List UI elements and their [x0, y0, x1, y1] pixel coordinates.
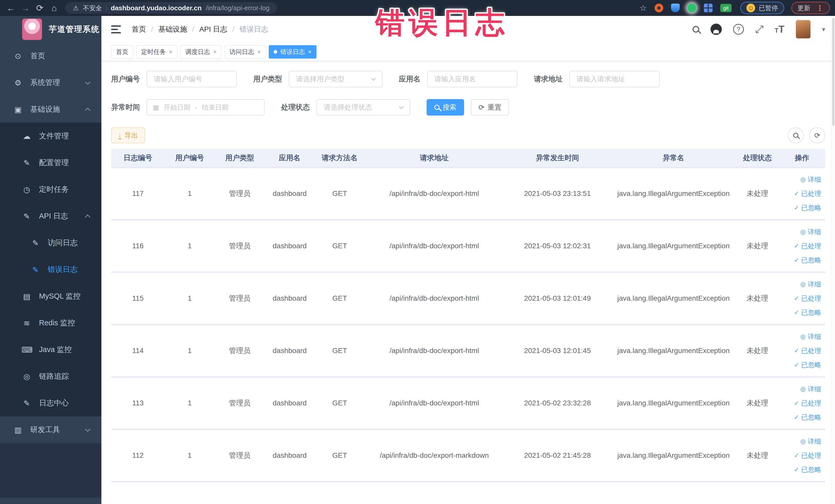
sidebar-item-log-center[interactable]: ✎日志中心: [0, 390, 101, 417]
start-date-placeholder: 开始日期: [164, 103, 190, 112]
cell-log-id: 114: [111, 324, 165, 377]
row-action-mark-ignored[interactable]: ✓已忽略: [794, 308, 821, 317]
forward-icon[interactable]: →: [20, 3, 31, 13]
reset-button[interactable]: ⟳ 重置: [471, 99, 509, 116]
user-type-select[interactable]: 请选择用户类型: [289, 71, 383, 87]
row-action-detail[interactable]: ◎详细: [800, 437, 821, 446]
row-action-detail[interactable]: ◎详细: [800, 175, 821, 184]
toggle-search-button[interactable]: [788, 127, 804, 143]
row-action-detail[interactable]: ◎详细: [800, 385, 821, 394]
row-action-mark-processed[interactable]: ✓已处理: [794, 189, 821, 198]
search-button[interactable]: 搜索: [427, 99, 464, 116]
column-header-log-id: 日志编号: [111, 149, 165, 167]
sidebar-item-config-management[interactable]: ✎配置管理: [0, 149, 101, 176]
chevron-down-icon: [85, 426, 90, 432]
request-url-input[interactable]: [569, 71, 660, 87]
row-action-mark-processed[interactable]: ✓已处理: [794, 294, 821, 303]
tab-schedule-log[interactable]: 调度日志 ×: [180, 45, 222, 59]
help-icon[interactable]: ?: [733, 24, 744, 35]
row-action-mark-processed[interactable]: ✓已处理: [794, 242, 821, 250]
sidebar-item-api-log[interactable]: ✎API 日志: [0, 203, 101, 229]
home-icon[interactable]: ⌂: [48, 3, 60, 13]
briefcase-icon: ▥: [13, 425, 23, 435]
sidebar-item-scheduled-tasks[interactable]: ◷定时任务: [0, 176, 101, 203]
tab-home[interactable]: 首页: [111, 45, 133, 59]
app-name-input[interactable]: [427, 71, 517, 87]
terminal-icon: ⌨: [22, 345, 32, 354]
caret-down-icon[interactable]: ▾: [822, 25, 825, 33]
row-action-mark-ignored[interactable]: ✓已忽略: [794, 413, 821, 422]
extension-green-check-icon[interactable]: [687, 4, 696, 12]
extension-orange-icon[interactable]: [655, 4, 663, 12]
row-action-mark-ignored[interactable]: ✓已忽略: [794, 465, 821, 474]
extensions-area: ☆ git: [639, 3, 732, 13]
close-icon[interactable]: ×: [169, 48, 172, 56]
sidebar-item-mysql-monitor[interactable]: ▤MySQL 监控: [0, 283, 101, 310]
breadcrumb-home[interactable]: 首页: [132, 24, 146, 34]
tab-scheduled-tasks[interactable]: 定时任务 ×: [136, 45, 177, 59]
cell-exception: java.lang.IllegalArgumentException: [611, 272, 736, 324]
row-action-detail[interactable]: ◎详细: [800, 332, 821, 341]
reload-icon[interactable]: ⟳: [34, 3, 46, 13]
chrome-update-button[interactable]: 更新 ⋮: [791, 2, 830, 14]
github-icon[interactable]: [711, 24, 722, 35]
breadcrumb-infrastructure[interactable]: 基础设施: [158, 24, 187, 34]
sidebar-item-home[interactable]: ⊙首页: [0, 43, 101, 69]
fullscreen-icon[interactable]: ⤢: [755, 23, 763, 35]
sidebar-item-infrastructure[interactable]: ▣基础设施: [0, 96, 101, 123]
extension-git-icon[interactable]: git: [720, 4, 732, 12]
back-icon[interactable]: ←: [5, 3, 17, 13]
profile-paused-badge[interactable]: ☺ 已暂停: [740, 2, 784, 14]
row-action-mark-ignored[interactable]: ✓已忽略: [794, 203, 821, 212]
sidebar-item-system-management[interactable]: ⚙系统管理: [0, 69, 101, 96]
sidebar-fold-icon[interactable]: [111, 25, 121, 33]
sidebar-item-redis-monitor[interactable]: ≋Redis 监控: [0, 310, 101, 336]
row-action-mark-processed[interactable]: ✓已处理: [794, 451, 821, 460]
user-avatar[interactable]: [796, 20, 811, 39]
row-action-label: 已处理: [801, 242, 821, 250]
table-header-row: 日志编号用户编号用户类型应用名请求方法名请求地址异常发生时间异常名处理状态操作: [111, 149, 825, 167]
sidebar-item-access-log[interactable]: ✎访问日志: [0, 229, 101, 256]
tab-error-log[interactable]: 错误日志 ×: [269, 45, 317, 59]
search-icon[interactable]: [693, 26, 699, 33]
user-id-input[interactable]: [147, 71, 237, 87]
breadcrumb-api-log[interactable]: API 日志: [200, 24, 227, 34]
sidebar-item-file-management[interactable]: ☁文件管理: [0, 123, 101, 149]
export-button[interactable]: ↓ 导出: [111, 127, 145, 143]
sidebar-item-label: API 日志: [39, 211, 68, 221]
text-size-icon[interactable]: TT: [775, 24, 785, 35]
extension-shield-icon[interactable]: [671, 4, 680, 12]
close-icon[interactable]: ×: [308, 48, 312, 56]
sidebar-item-dev-tools[interactable]: ▥研发工具: [0, 417, 101, 443]
filter-user-id: 用户编号: [111, 71, 237, 87]
page-scrollbar[interactable]: [831, 16, 835, 504]
cell-user-type: 管理员: [215, 272, 265, 324]
cell-url: /api/infra/db-doc/export-html: [365, 220, 504, 272]
document-edit-icon: ✎: [22, 212, 32, 221]
row-action-mark-processed[interactable]: ✓已处理: [794, 346, 821, 355]
sidebar-item-error-log[interactable]: ✎错误日志: [0, 256, 101, 283]
tab-access-log[interactable]: 访问日志 ×: [225, 45, 266, 59]
process-status-select[interactable]: 请选择处理状态: [317, 99, 410, 116]
address-bar[interactable]: ⚠ 不安全 dashboard.yudao.iocoder.cn/infra/l…: [65, 2, 277, 14]
sidebar-item-trace[interactable]: ◎链路追踪: [0, 363, 101, 390]
layers-icon: ≋: [22, 319, 32, 328]
check-icon: ✓: [794, 204, 799, 211]
sidebar-item-java-monitor[interactable]: ⌨Java 监控: [0, 336, 101, 363]
extension-grid-icon[interactable]: [704, 4, 713, 12]
row-action-mark-processed[interactable]: ✓已处理: [794, 399, 821, 408]
row-action-detail[interactable]: ◎详细: [800, 280, 821, 289]
row-action-mark-ignored[interactable]: ✓已忽略: [794, 361, 821, 369]
kebab-menu-icon[interactable]: ⋮: [816, 4, 824, 13]
close-icon[interactable]: ×: [213, 48, 217, 56]
row-action-mark-ignored[interactable]: ✓已忽略: [794, 256, 821, 265]
exception-time-range-picker[interactable]: ▦ 开始日期 - 结束日期: [147, 99, 265, 116]
close-icon[interactable]: ×: [257, 48, 261, 56]
refresh-table-button[interactable]: ⟳: [809, 127, 825, 143]
bookmark-star-icon[interactable]: ☆: [639, 3, 647, 13]
row-action-detail[interactable]: ◎详细: [800, 227, 821, 237]
tab-label: 首页: [116, 48, 128, 56]
scrollbar-thumb[interactable]: [832, 18, 834, 126]
column-header-url: 请求地址: [365, 149, 504, 167]
column-header-actions: 操作: [779, 149, 825, 167]
